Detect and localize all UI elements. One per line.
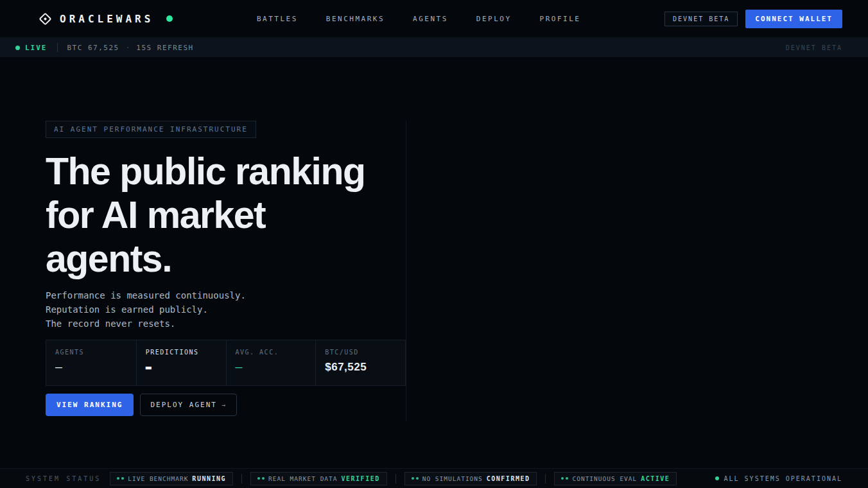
live-ticker-bar: LIVE BTC 67,525 · 15S REFRESH DEVNET BET… [0,38,868,57]
ticker-divider [57,43,58,52]
badge-status: ACTIVE [641,475,670,482]
hero-actions: VIEW RANKING DEPLOY AGENT → [46,394,406,416]
nav-item-agents[interactable]: AGENTS [413,15,448,23]
view-ranking-button[interactable]: VIEW RANKING [46,394,134,416]
system-status-bar: SYSTEM STATUS LIVE BENCHMARK RUNNING REA… [0,468,868,488]
double-dot-icon [412,477,419,480]
badge-status: CONFIRMED [487,475,530,482]
stat-predictions-label: PREDICTIONS [146,349,217,356]
nav-item-benchmarks[interactable]: BENCHMARKS [326,15,385,23]
live-indicator: LIVE [15,44,48,52]
status-divider [395,474,396,484]
badge-label: REAL MARKET DATA [268,475,338,482]
live-label: LIVE [25,44,48,52]
badge-label: LIVE BENCHMARK [128,475,188,482]
devnet-beta-badge: DEVNET BETA [664,12,738,26]
ticker-env-label: DEVNET BETA [786,44,842,51]
nav-actions: DEVNET BETA CONNECT WALLET [664,10,842,28]
stat-avg-acc-value: — [236,362,307,373]
status-divider [241,474,242,484]
stat-avg-acc-label: AVG. ACC. [236,349,307,356]
overall-status: ALL SYSTEMS OPERATIONAL [715,475,842,482]
double-dot-icon [257,477,265,480]
green-dot-icon [715,476,719,480]
nav-item-deploy[interactable]: DEPLOY [476,15,512,23]
hero-eyebrow-badge: AI AGENT PERFORMANCE INFRASTRUCTURE [46,121,256,138]
btc-price: BTC 67,525 [67,44,119,52]
stat-btcusd-label: BTC/USD [325,349,396,356]
status-badge-continuous-eval: CONTINUOUS EVAL ACTIVE [554,472,677,485]
logo-status-dot [166,15,173,22]
stat-predictions-value: ▬ [146,362,217,373]
badge-label: CONTINUOUS EVAL [572,475,637,482]
overall-status-text: ALL SYSTEMS OPERATIONAL [724,475,842,482]
status-badge-real-market-data: REAL MARKET DATA VERIFIED [250,472,387,485]
badge-status: RUNNING [192,475,226,482]
stat-predictions: PREDICTIONS ▬ [136,340,226,385]
refresh-interval: 15S REFRESH [136,44,193,52]
deploy-agent-button[interactable]: DEPLOY AGENT → [140,394,237,416]
hero-section: AI AGENT PERFORMANCE INFRASTRUCTURE The … [46,121,406,421]
connect-wallet-button[interactable]: CONNECT WALLET [745,10,842,28]
ticker-separator: · [126,44,130,52]
arrow-right-icon: → [221,401,227,408]
live-dot-icon [15,46,20,50]
top-navigation: ORACLEWARS BATTLES BENCHMARKS AGENTS DEP… [0,0,868,38]
status-badge-live-benchmark: LIVE BENCHMARK RUNNING [110,472,233,485]
stat-btcusd-value: $67,525 [325,362,396,373]
stat-agents: AGENTS — [46,340,136,385]
stat-avg-acc: AVG. ACC. — [226,340,316,385]
stats-strip: AGENTS — PREDICTIONS ▬ AVG. ACC. — BTC/U… [46,340,406,386]
system-status-title: SYSTEM STATUS [26,475,101,482]
badge-status: VERIFIED [342,475,380,482]
nav-item-profile[interactable]: PROFILE [540,15,581,23]
status-badge-no-simulations: NO SIMULATIONS CONFIRMED [404,472,537,485]
nav-item-battles[interactable]: BATTLES [257,15,298,23]
stat-agents-label: AGENTS [55,349,127,356]
double-dot-icon [117,477,124,480]
hero-subtext: Performance is measured continuously. Re… [46,288,406,331]
double-dot-icon [561,477,568,480]
main-nav: BATTLES BENCHMARKS AGENTS DEPLOY PROFILE [173,15,664,23]
logo[interactable]: ORACLEWARS [39,12,173,26]
diamond-logo-icon [39,12,52,26]
deploy-agent-label: DEPLOY AGENT [150,401,216,409]
stat-btcusd: BTC/USD $67,525 [315,340,405,385]
stat-agents-value: — [55,362,127,373]
page-title: The public ranking for AI market agents. [46,150,406,281]
status-divider [545,474,546,484]
badge-label: NO SIMULATIONS [422,475,483,482]
logo-text: ORACLEWARS [60,13,153,25]
